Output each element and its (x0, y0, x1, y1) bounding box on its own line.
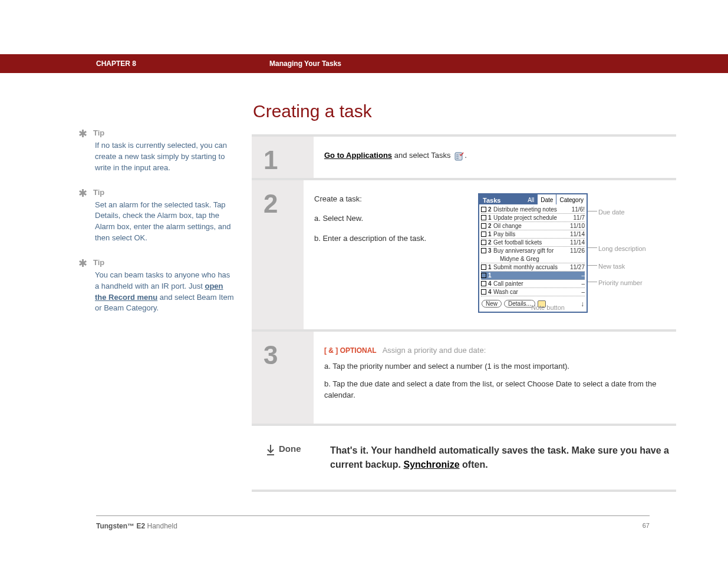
tip-3: ✱Tip You can beam tasks to anyone who ha… (78, 258, 234, 314)
tip-1: ✱Tip If no task is currently selected, y… (78, 128, 234, 174)
palm-tab-category[interactable]: Category (556, 194, 587, 204)
task-row-cont: Midyne & Greg (481, 255, 585, 263)
palm-tab-all[interactable]: All (524, 194, 537, 204)
tip-2: ✱Tip Set an alarm for the selected task.… (78, 188, 234, 244)
step-number: 3 (263, 342, 278, 368)
section-title: Creating a task (253, 101, 676, 121)
step3-b: b. Tap the due date and select a date fr… (324, 378, 673, 401)
task-row[interactable]: 2Get football tickets11/14 (481, 239, 585, 247)
asterisk-icon: ✱ (78, 128, 87, 139)
task-row[interactable]: 4Call painter– (481, 280, 585, 288)
chapter-header: CHAPTER 8 Managing Your Tasks (0, 54, 728, 73)
step2-b: b. Enter a description of the task. (314, 233, 473, 244)
done-label: Done (279, 444, 301, 454)
tips-sidebar: ✱Tip If no task is currently selected, y… (78, 101, 252, 492)
step2-a: a. Select New. (314, 213, 473, 224)
optional-tag: [ & ] OPTIONAL (324, 346, 377, 355)
task-row[interactable]: 4Wash car– (481, 288, 585, 296)
palm-title: Tasks (479, 194, 504, 204)
callout-priority: Priority number (598, 278, 643, 288)
task-row[interactable]: 1Update project schedule11/7 (481, 214, 585, 222)
page-number: 67 (643, 522, 650, 530)
task-row[interactable]: 1Submit monthly accruals11/27 (481, 263, 585, 272)
palm-tab-date[interactable]: Date (537, 194, 556, 204)
asterisk-icon: ✱ (78, 188, 87, 199)
tip-label: Tip (93, 188, 104, 197)
callout-due-date: Due date (598, 207, 625, 217)
tasks-app-icon (453, 151, 465, 161)
task-row[interactable]: 3Buy anniversary gift for11/26 (481, 247, 585, 255)
page-footer: Tungsten™ E2 Handheld 67 (96, 515, 650, 530)
go-to-applications-link[interactable]: Go to Applications (324, 151, 392, 160)
tip-label: Tip (93, 128, 104, 137)
chapter-title: Managing Your Tasks (269, 59, 341, 68)
optional-text: Assign a priority and due date: (383, 346, 486, 355)
tip-label: Tip (93, 258, 104, 267)
done-text-before: That's it. Your handheld automatically s… (330, 445, 669, 470)
callout-note-button: Note button (531, 303, 565, 313)
task-row[interactable]: 2Oil change11/10 (481, 222, 585, 230)
palm-new-button[interactable]: New (482, 300, 502, 308)
step3-a: a. Tap the priority number and select a … (324, 361, 673, 372)
product-name: Tungsten™ E2 Handheld (96, 522, 177, 530)
done-text-after: often. (460, 459, 488, 470)
palm-scroll-arrow-icon[interactable]: ↓ (581, 299, 584, 309)
chapter-label: CHAPTER 8 (96, 59, 269, 68)
done-arrow-icon (266, 444, 275, 457)
step2-title: Create a task: (314, 193, 473, 205)
step-number: 1 (263, 147, 278, 173)
callout-new-task: New task (598, 262, 625, 272)
tip-body: You can beam tasks to anyone who has a h… (95, 270, 234, 314)
callout-long-desc: Long description (598, 244, 646, 254)
asterisk-icon: ✱ (78, 258, 87, 269)
tip-body: Set an alarm for the selected task. Tap … (95, 200, 234, 244)
done-row: Done That's it. Your handheld automatica… (252, 424, 676, 490)
task-row[interactable]: 1– (481, 272, 585, 280)
synchronize-link[interactable]: Synchronize (403, 459, 459, 470)
step-3: 3 [ & ] OPTIONALAssign a priority and du… (252, 329, 676, 424)
step-2: 2 Create a task: a. Select New. b. Enter… (252, 178, 676, 329)
task-row[interactable]: 1Pay bills11/14 (481, 230, 585, 239)
step1-text: and select Tasks (392, 151, 453, 160)
step-1: 1 Go to Applications and select Tasks . (252, 134, 676, 178)
palm-details-button[interactable]: Details... (504, 300, 535, 308)
task-row[interactable]: 2Distribute meeting notes11/6! (481, 206, 585, 214)
tasks-screenshot: Tasks All Date Category 2Distribute meet… (478, 193, 673, 313)
step-number: 2 (263, 191, 278, 217)
tip-body: If no task is currently selected, you ca… (95, 140, 234, 174)
